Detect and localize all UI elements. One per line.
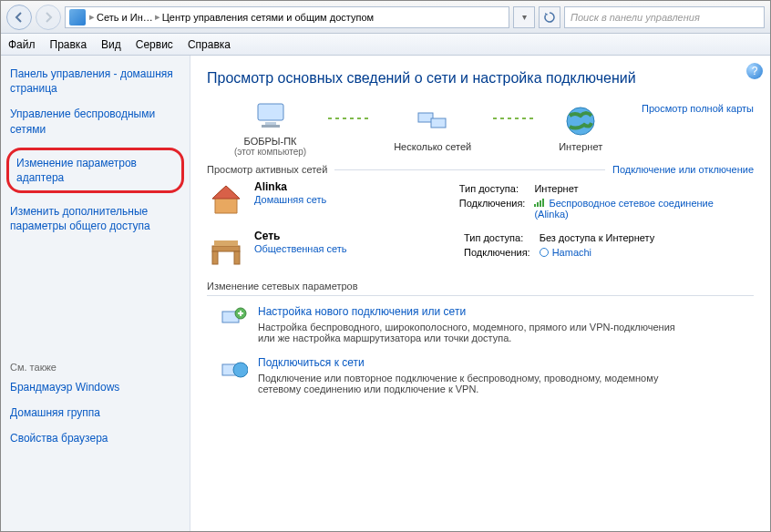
nav-toolbar: ▸ Сеть и Ин… ▸ Центр управления сетями и…	[1, 1, 770, 34]
menu-help[interactable]: Справка	[188, 38, 231, 51]
home-network-icon	[207, 180, 245, 219]
menu-edit[interactable]: Правка	[50, 38, 87, 51]
svg-rect-1	[265, 122, 276, 125]
map-node-label: Интернет	[559, 141, 602, 152]
svg-point-13	[233, 363, 248, 377]
menu-view[interactable]: Вид	[101, 38, 121, 51]
see-also-header: См. также	[10, 362, 180, 373]
menubar: Файл Правка Вид Сервис Справка	[1, 34, 770, 56]
back-button[interactable]	[6, 5, 32, 30]
network-block: Сеть Общественная сеть Тип доступа:Без д…	[207, 230, 754, 268]
setup-connection-link[interactable]: Настройка нового подключения или сети	[258, 305, 466, 318]
breadcrumb-segment[interactable]: Центр управления сетями и общим доступом	[162, 12, 374, 23]
param-item: Настройка нового подключения или сети На…	[207, 305, 754, 343]
dropdown-button[interactable]: ▾	[513, 6, 535, 28]
sidebar-wireless-link[interactable]: Управление беспроводными сетями	[10, 107, 180, 136]
network-type-link[interactable]: Общественная сеть	[254, 243, 347, 254]
chevron-right-icon: ▸	[155, 11, 160, 23]
control-panel-icon	[69, 9, 86, 26]
network-type-link[interactable]: Домашняя сеть	[254, 194, 326, 205]
svg-rect-7	[212, 251, 218, 264]
access-type-label: Тип доступа:	[464, 231, 538, 244]
full-map-link[interactable]: Просмотр полной карты	[642, 103, 754, 114]
connection-link[interactable]: Hamachi	[552, 247, 591, 258]
svg-rect-0	[258, 104, 283, 120]
public-network-icon	[207, 230, 245, 268]
globe-icon	[561, 105, 600, 138]
sidebar-homegroup-link[interactable]: Домашняя группа	[10, 405, 180, 420]
adapter-icon	[540, 248, 549, 257]
main-content: ? Просмотр основных сведений о сети и на…	[190, 56, 770, 531]
computer-icon	[252, 99, 290, 132]
sidebar-browser-link[interactable]: Свойства браузера	[10, 431, 180, 445]
breadcrumb[interactable]: ▸ Сеть и Ин… ▸ Центр управления сетями и…	[65, 6, 509, 28]
networks-icon	[414, 105, 452, 138]
svg-rect-6	[212, 246, 240, 251]
breadcrumb-segment[interactable]: Сеть и Ин…	[97, 12, 153, 23]
connect-network-icon	[220, 356, 249, 382]
network-name: Alinka	[254, 180, 326, 193]
sidebar: Панель управления - домашняя страница Уп…	[1, 56, 190, 531]
network-map: БОБРЫ-ПК (этот компьютер) Несколько сете…	[207, 99, 754, 157]
help-icon[interactable]: ?	[746, 63, 763, 79]
forward-button[interactable]	[36, 5, 61, 30]
connections-label: Подключения:	[464, 246, 538, 259]
sidebar-home-link[interactable]: Панель управления - домашняя страница	[10, 66, 180, 96]
network-name: Сеть	[254, 230, 347, 242]
sidebar-adapter-settings-link[interactable]: Изменение параметров адаптера	[6, 148, 184, 193]
chevron-right-icon: ▸	[89, 11, 95, 23]
wifi-signal-icon	[534, 198, 545, 207]
active-networks-header: Просмотр активных сетей	[207, 164, 327, 175]
svg-rect-9	[214, 240, 238, 246]
new-connection-icon	[220, 305, 249, 331]
network-params-header: Изменение сетевых параметров	[207, 281, 754, 296]
sidebar-sharing-link[interactable]: Изменить дополнительные параметры общего…	[10, 204, 180, 233]
map-node-label: БОБРЫ-ПК	[234, 136, 306, 147]
param-description: Подключение или повторное подключение к …	[258, 373, 677, 394]
access-type-value: Без доступа к Интернету	[540, 231, 663, 244]
refresh-button[interactable]	[539, 6, 560, 28]
search-input[interactable]: Поиск в панели управления	[564, 6, 765, 28]
connect-to-network-link[interactable]: Подключиться к сети	[258, 356, 365, 369]
param-item: Подключиться к сети Подключение или повт…	[207, 356, 754, 394]
connection-line-icon	[328, 118, 372, 119]
connection-link[interactable]: Беспроводное сетевое соединение (Alinka)	[534, 198, 713, 220]
connections-label: Подключения:	[459, 197, 533, 220]
connect-disconnect-link[interactable]: Подключение или отключение	[612, 164, 754, 175]
page-title: Просмотр основных сведений о сети и наст…	[207, 70, 754, 87]
param-description: Настройка беспроводного, широкополосного…	[258, 322, 677, 343]
menu-file[interactable]: Файл	[8, 38, 36, 51]
access-type-label: Тип доступа:	[459, 182, 533, 195]
map-node-sublabel: (этот компьютер)	[234, 147, 306, 157]
connection-line-icon	[493, 118, 537, 119]
access-type-value: Интернет	[534, 182, 752, 195]
menu-tools[interactable]: Сервис	[136, 38, 173, 51]
sidebar-firewall-link[interactable]: Брандмауэр Windows	[10, 380, 180, 394]
divider	[334, 169, 605, 170]
svg-point-5	[567, 107, 594, 135]
svg-rect-8	[234, 251, 240, 264]
network-block: Alinka Домашняя сеть Тип доступа:Интерне…	[207, 180, 754, 222]
map-node-label: Несколько сетей	[394, 141, 471, 152]
svg-rect-4	[431, 118, 446, 128]
svg-rect-2	[262, 125, 280, 128]
